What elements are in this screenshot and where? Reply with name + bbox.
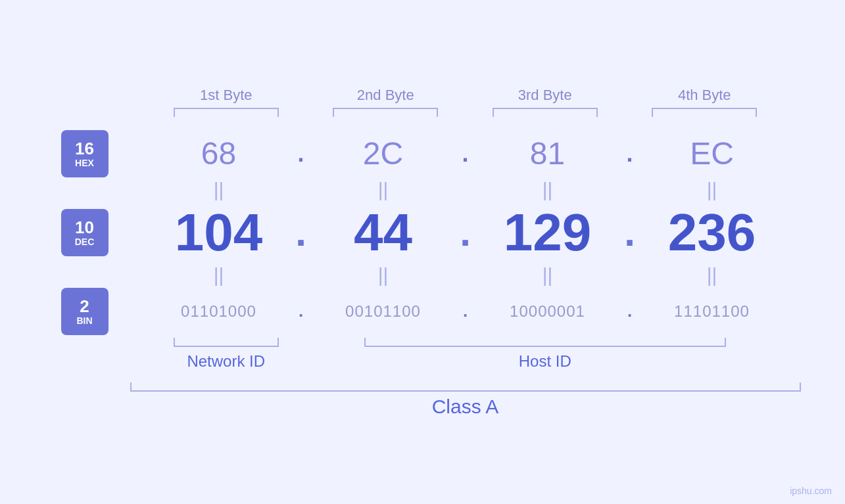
bracket-top-4 bbox=[652, 108, 757, 117]
bin-val-4: 11101100 bbox=[640, 302, 785, 321]
dec-badge-cell: 10 DEC bbox=[61, 209, 147, 256]
watermark: ipshu.com bbox=[790, 486, 832, 496]
equals-row-1: || || || || bbox=[61, 177, 785, 202]
host-id-label: Host ID bbox=[519, 352, 571, 371]
eq2-1: || bbox=[147, 263, 291, 288]
equals-row-2: || || || || bbox=[61, 263, 785, 288]
hex-val-4: EC bbox=[640, 135, 785, 172]
dec-dot-3: . bbox=[620, 210, 640, 255]
bracket-cell-3 bbox=[466, 108, 625, 117]
bin-dot-2: . bbox=[456, 301, 475, 321]
class-bracket bbox=[130, 382, 801, 392]
hex-row: 16 HEX 68 . 2C . 81 . EC bbox=[61, 130, 785, 177]
bin-badge-label: BIN bbox=[76, 316, 92, 325]
bin-badge: 2 BIN bbox=[61, 288, 109, 335]
network-id-section: Network ID bbox=[147, 338, 306, 371]
byte-label-2: 2nd Byte bbox=[306, 87, 466, 104]
dec-val-4: 236 bbox=[640, 202, 785, 263]
hex-val-3: 81 bbox=[475, 135, 620, 172]
bracket-cell-4 bbox=[625, 108, 785, 117]
dec-badge-label: DEC bbox=[75, 237, 95, 246]
bin-badge-num: 2 bbox=[80, 298, 89, 315]
bracket-cell-2 bbox=[306, 108, 466, 117]
dec-val-1: 104 bbox=[147, 202, 291, 263]
host-id-section: Host ID bbox=[306, 338, 785, 371]
bin-val-3: 10000001 bbox=[475, 302, 620, 321]
bin-dot-3: . bbox=[620, 301, 640, 321]
hex-badge-num: 16 bbox=[75, 140, 94, 157]
bin-val-1: 01101000 bbox=[147, 302, 291, 321]
eq1-4: || bbox=[640, 177, 785, 202]
network-bracket bbox=[174, 338, 279, 347]
hex-badge-cell: 16 HEX bbox=[61, 130, 147, 177]
hex-val-2: 2C bbox=[311, 135, 456, 172]
bin-values: 01101000 . 00101100 . 10000001 . 1110110… bbox=[147, 301, 785, 321]
bin-badge-cell: 2 BIN bbox=[61, 288, 147, 335]
dec-val-2: 44 bbox=[311, 202, 456, 263]
dec-row: 10 DEC 104 . 44 . 129 . 236 bbox=[61, 202, 785, 263]
eq1-3: || bbox=[475, 177, 620, 202]
byte-label-4: 4th Byte bbox=[625, 87, 785, 104]
hex-dot-2: . bbox=[456, 140, 475, 168]
bracket-cell-1 bbox=[147, 108, 306, 117]
dec-dot-1: . bbox=[291, 210, 311, 255]
byte-labels-row: 1st Byte 2nd Byte 3rd Byte 4th Byte bbox=[61, 87, 785, 108]
bin-dot-1: . bbox=[291, 301, 311, 321]
dec-badge: 10 DEC bbox=[61, 209, 109, 256]
hex-values: 68 . 2C . 81 . EC bbox=[147, 135, 785, 172]
class-label: Class A bbox=[432, 396, 499, 418]
bracket-top-2 bbox=[333, 108, 438, 117]
byte-label-1: 1st Byte bbox=[147, 87, 306, 104]
bottom-section: Network ID Host ID bbox=[61, 338, 785, 371]
hex-dot-1: . bbox=[291, 140, 311, 168]
host-bracket bbox=[364, 338, 726, 347]
bin-row: 2 BIN 01101000 . 00101100 . 10000001 . 1… bbox=[61, 288, 785, 335]
byte-label-3: 3rd Byte bbox=[466, 87, 625, 104]
class-row: Class A bbox=[61, 382, 785, 418]
main-container: 1st Byte 2nd Byte 3rd Byte 4th Byte 16 H… bbox=[61, 87, 785, 418]
dec-badge-num: 10 bbox=[75, 219, 94, 236]
bracket-top-1 bbox=[174, 108, 279, 117]
hex-val-1: 68 bbox=[147, 135, 291, 172]
bracket-top-3 bbox=[493, 108, 598, 117]
eq1-1: || bbox=[147, 177, 291, 202]
top-brackets-row bbox=[61, 108, 785, 117]
hex-dot-3: . bbox=[620, 140, 640, 168]
dec-values: 104 . 44 . 129 . 236 bbox=[147, 202, 785, 263]
eq2-2: || bbox=[311, 263, 456, 288]
eq1-2: || bbox=[311, 177, 456, 202]
network-id-label: Network ID bbox=[187, 352, 265, 371]
eq2-4: || bbox=[640, 263, 785, 288]
bin-val-2: 00101100 bbox=[311, 302, 456, 321]
eq2-3: || bbox=[475, 263, 620, 288]
dec-dot-2: . bbox=[456, 210, 475, 255]
hex-badge-label: HEX bbox=[75, 158, 94, 168]
hex-badge: 16 HEX bbox=[61, 130, 109, 177]
dec-val-3: 129 bbox=[475, 202, 620, 263]
